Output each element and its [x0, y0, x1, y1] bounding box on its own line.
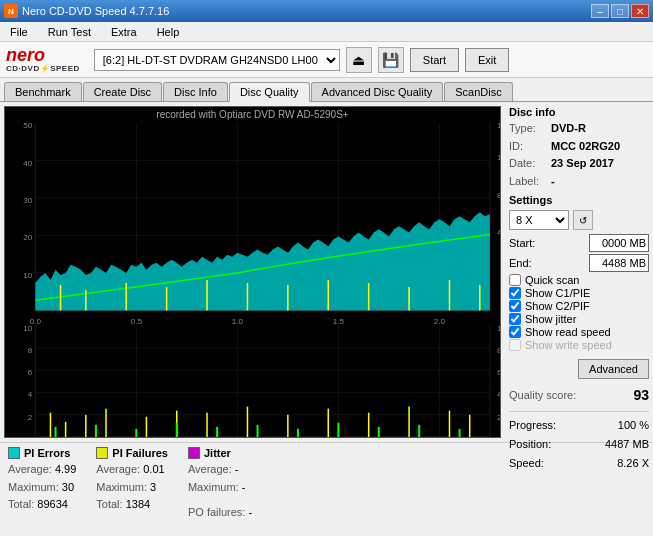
- pi-failures-title: PI Failures: [112, 447, 168, 459]
- c2pif-checkbox[interactable]: [509, 300, 521, 312]
- pif-avg-label: Average:: [96, 463, 140, 475]
- menu-run-test[interactable]: Run Test: [42, 24, 97, 40]
- minimize-button[interactable]: –: [591, 4, 609, 18]
- progress-value: 100 %: [618, 416, 649, 435]
- svg-rect-38: [35, 326, 490, 437]
- read-speed-label: Show read speed: [525, 326, 611, 338]
- jitter-title: Jitter: [204, 447, 231, 459]
- settings-refresh-button[interactable]: ↺: [573, 210, 593, 230]
- title-bar: N Nero CD-DVD Speed 4.7.7.16 – □ ✕: [0, 0, 653, 22]
- position-value: 4487 MB: [605, 435, 649, 454]
- start-button[interactable]: Start: [410, 48, 459, 72]
- disc-info-section: Disc info Type: DVD-R ID: MCC 02RG20 Dat…: [509, 106, 649, 190]
- drive-select[interactable]: [6:2] HL-DT-ST DVDRAM GH24NSD0 LH00: [94, 49, 340, 71]
- speed-value: 8.26 X: [617, 454, 649, 473]
- svg-text:1.5: 1.5: [333, 317, 345, 326]
- nero-logo-text: nero: [6, 46, 80, 64]
- progress-label: Progress:: [509, 416, 556, 435]
- tab-scan-disc[interactable]: ScanDisc: [444, 82, 512, 101]
- svg-text:16: 16: [497, 123, 500, 130]
- close-button[interactable]: ✕: [631, 4, 649, 18]
- svg-text:1.0: 1.0: [232, 317, 244, 326]
- end-input[interactable]: [589, 254, 649, 272]
- jitter-checkbox[interactable]: [509, 313, 521, 325]
- pi-failures-color: [96, 447, 108, 459]
- jitter-max-label: Maximum:: [188, 481, 239, 493]
- c2pif-label: Show C2/PIF: [525, 300, 590, 312]
- svg-text:10: 10: [497, 324, 500, 333]
- toolbar: nero CD·DVD⚡SPEED [6:2] HL-DT-ST DVDRAM …: [0, 42, 653, 78]
- po-failures-value: -: [248, 506, 252, 518]
- save-button[interactable]: 💾: [378, 47, 404, 73]
- tab-disc-info[interactable]: Disc Info: [163, 82, 228, 101]
- disc-label-label: Label:: [509, 173, 547, 191]
- write-speed-checkbox[interactable]: [509, 339, 521, 351]
- c1pie-checkbox[interactable]: [509, 287, 521, 299]
- jitter-max-value: -: [242, 481, 246, 493]
- po-failures-label: PO failures:: [188, 506, 245, 518]
- jitter-group: Jitter Average: - Maximum: - PO failures…: [188, 447, 252, 510]
- advanced-button[interactable]: Advanced: [578, 359, 649, 379]
- chart-area: recorded with Optiarc DVD RW AD-5290S+: [4, 106, 501, 438]
- menu-bar: File Run Test Extra Help: [0, 22, 653, 42]
- svg-text:2.0: 2.0: [434, 317, 446, 326]
- svg-text:40: 40: [23, 159, 32, 168]
- pi-total-value: 89634: [37, 498, 68, 510]
- svg-text:10: 10: [23, 271, 32, 280]
- date-label: Date:: [509, 155, 547, 173]
- c1pie-label: Show C1/PIE: [525, 287, 590, 299]
- quality-score-value: 93: [633, 387, 649, 403]
- tab-create-disc[interactable]: Create Disc: [83, 82, 162, 101]
- pi-failures-group: PI Failures Average: 0.01 Maximum: 3 Tot…: [96, 447, 168, 510]
- speed-select[interactable]: 8 X: [509, 210, 569, 230]
- svg-text:10: 10: [23, 324, 32, 333]
- main-content: recorded with Optiarc DVD RW AD-5290S+: [0, 102, 653, 442]
- svg-text:0.5: 0.5: [131, 317, 143, 326]
- charts-container: 50 40 30 20 10 16 12 8 4: [5, 123, 500, 437]
- maximize-button[interactable]: □: [611, 4, 629, 18]
- date-value: 23 Sep 2017: [551, 155, 614, 173]
- exit-button[interactable]: Exit: [465, 48, 509, 72]
- drive-selector: [6:2] HL-DT-ST DVDRAM GH24NSD0 LH00: [94, 49, 340, 71]
- pif-avg-value: 0.01: [143, 463, 164, 475]
- tab-benchmark[interactable]: Benchmark: [4, 82, 82, 101]
- settings-section: Settings 8 X ↺ Start: End: Quick scan: [509, 194, 649, 379]
- jitter-avg-label: Average:: [188, 463, 232, 475]
- position-label: Position:: [509, 435, 551, 454]
- menu-help[interactable]: Help: [151, 24, 186, 40]
- pif-total-label: Total:: [96, 498, 122, 510]
- svg-text:30: 30: [23, 196, 32, 205]
- pi-errors-color: [8, 447, 20, 459]
- eject-button[interactable]: ⏏: [346, 47, 372, 73]
- pif-max-label: Maximum:: [96, 481, 147, 493]
- title-text: Nero CD-DVD Speed 4.7.7.16: [22, 5, 169, 17]
- pi-avg-value: 4.99: [55, 463, 76, 475]
- start-input[interactable]: [589, 234, 649, 252]
- menu-extra[interactable]: Extra: [105, 24, 143, 40]
- pi-errors-title: PI Errors: [24, 447, 70, 459]
- settings-title: Settings: [509, 194, 649, 206]
- menu-file[interactable]: File: [4, 24, 34, 40]
- nero-logo: nero CD·DVD⚡SPEED: [6, 46, 80, 73]
- jitter-color: [188, 447, 200, 459]
- svg-text:2: 2: [28, 413, 33, 422]
- quickscan-checkbox[interactable]: [509, 274, 521, 286]
- svg-text:4: 4: [497, 228, 500, 237]
- pi-errors-group: PI Errors Average: 4.99 Maximum: 30 Tota…: [8, 447, 76, 510]
- svg-text:20: 20: [23, 233, 32, 242]
- tab-advanced-disc-quality[interactable]: Advanced Disc Quality: [311, 82, 444, 101]
- jitter-avg-value: -: [235, 463, 239, 475]
- disc-label-value: -: [551, 173, 555, 191]
- speed-label: Speed:: [509, 454, 544, 473]
- disc-info-title: Disc info: [509, 106, 649, 118]
- pi-total-label: Total:: [8, 498, 34, 510]
- quickscan-label: Quick scan: [525, 274, 579, 286]
- tab-disc-quality[interactable]: Disc Quality: [229, 82, 310, 102]
- type-label: Type:: [509, 120, 547, 138]
- nero-sub-text: CD·DVD⚡SPEED: [6, 64, 80, 73]
- chart-title: recorded with Optiarc DVD RW AD-5290S+: [5, 107, 500, 122]
- svg-text:6: 6: [497, 368, 500, 377]
- jitter-label: Show jitter: [525, 313, 576, 325]
- read-speed-checkbox[interactable]: [509, 326, 521, 338]
- svg-text:8: 8: [497, 346, 500, 355]
